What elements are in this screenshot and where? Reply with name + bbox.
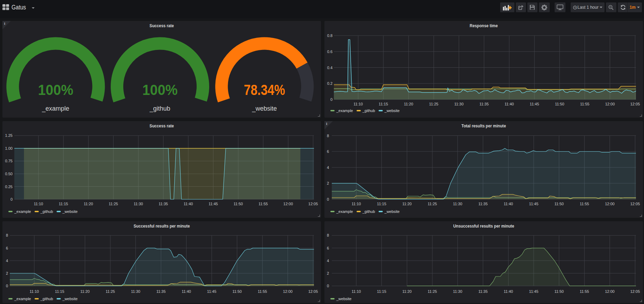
svg-text:11:20: 11:20 bbox=[80, 289, 90, 294]
svg-text:11:30: 11:30 bbox=[131, 289, 140, 294]
svg-text:11:45: 11:45 bbox=[529, 202, 539, 206]
svg-text:11:30: 11:30 bbox=[453, 289, 462, 294]
svg-text:11:10: 11:10 bbox=[352, 202, 361, 206]
svg-text:11:25: 11:25 bbox=[429, 102, 439, 106]
svg-text:6: 6 bbox=[327, 149, 329, 154]
svg-text:11:35: 11:35 bbox=[478, 289, 488, 294]
svg-text:11:35: 11:35 bbox=[480, 102, 489, 106]
svg-text:1.00: 1.00 bbox=[5, 146, 13, 150]
svg-text:12:00: 12:00 bbox=[283, 289, 293, 294]
svg-text:11:25: 11:25 bbox=[428, 202, 437, 206]
svg-text:11:55: 11:55 bbox=[580, 289, 589, 294]
svg-text:11:40: 11:40 bbox=[184, 202, 193, 206]
svg-text:11:55: 11:55 bbox=[258, 289, 267, 294]
svg-text:4: 4 bbox=[327, 259, 329, 263]
svg-text:11:35: 11:35 bbox=[156, 289, 166, 294]
svg-text:6: 6 bbox=[327, 246, 329, 250]
svg-text:11:20: 11:20 bbox=[402, 289, 412, 294]
svg-text:11:55: 11:55 bbox=[580, 202, 589, 206]
svg-text:0: 0 bbox=[6, 284, 8, 288]
svg-text:11:20: 11:20 bbox=[402, 202, 412, 206]
svg-text:11:10: 11:10 bbox=[352, 289, 361, 294]
svg-text:11:35: 11:35 bbox=[159, 202, 168, 206]
svg-text:11:15: 11:15 bbox=[379, 102, 388, 106]
svg-text:11:20: 11:20 bbox=[84, 202, 93, 206]
svg-text:2: 2 bbox=[327, 181, 329, 185]
svg-text:12:05: 12:05 bbox=[630, 202, 640, 206]
svg-text:12:00: 12:00 bbox=[605, 289, 615, 294]
svg-text:12:00: 12:00 bbox=[605, 102, 615, 106]
svg-text:0: 0 bbox=[327, 197, 329, 201]
svg-text:0.2: 0.2 bbox=[327, 81, 332, 86]
svg-text:11:45: 11:45 bbox=[207, 289, 217, 294]
svg-text:11:25: 11:25 bbox=[428, 289, 437, 294]
svg-text:_github: _github bbox=[149, 105, 170, 112]
svg-text:11:10: 11:10 bbox=[353, 102, 363, 106]
svg-text:4: 4 bbox=[327, 165, 329, 170]
svg-text:11:15: 11:15 bbox=[377, 202, 386, 206]
svg-text:11:50: 11:50 bbox=[234, 202, 243, 206]
svg-text:0.4: 0.4 bbox=[327, 66, 332, 70]
svg-text:12:00: 12:00 bbox=[283, 202, 293, 206]
svg-text:0.25: 0.25 bbox=[5, 185, 13, 189]
svg-text:2: 2 bbox=[6, 271, 8, 275]
svg-text:12:05: 12:05 bbox=[308, 202, 318, 206]
svg-text:12:05: 12:05 bbox=[308, 289, 318, 294]
svg-text:0.8: 0.8 bbox=[327, 34, 332, 38]
svg-text:0: 0 bbox=[327, 284, 329, 288]
svg-text:12:05: 12:05 bbox=[630, 289, 640, 294]
svg-text:8: 8 bbox=[327, 233, 329, 237]
svg-text:_example: _example bbox=[42, 105, 69, 112]
svg-text:11:15: 11:15 bbox=[55, 289, 64, 294]
svg-text:11:15: 11:15 bbox=[59, 202, 68, 206]
svg-text:0.6: 0.6 bbox=[327, 50, 332, 54]
svg-text:11:50: 11:50 bbox=[232, 289, 242, 294]
svg-text:0: 0 bbox=[330, 97, 332, 102]
svg-text:12:00: 12:00 bbox=[605, 202, 615, 206]
svg-text:11:30: 11:30 bbox=[453, 202, 462, 206]
svg-text:1.25: 1.25 bbox=[5, 133, 13, 138]
svg-text:12:05: 12:05 bbox=[630, 102, 640, 106]
svg-text:2: 2 bbox=[327, 271, 329, 275]
svg-text:0.50: 0.50 bbox=[5, 172, 13, 176]
svg-text:_website: _website bbox=[252, 105, 277, 112]
svg-text:8: 8 bbox=[327, 134, 329, 138]
svg-text:11:15: 11:15 bbox=[377, 289, 386, 294]
svg-text:11:30: 11:30 bbox=[454, 102, 464, 106]
svg-text:6: 6 bbox=[6, 246, 8, 250]
svg-text:11:35: 11:35 bbox=[478, 202, 488, 206]
svg-text:11:45: 11:45 bbox=[529, 289, 539, 294]
svg-text:11:10: 11:10 bbox=[30, 289, 39, 294]
svg-text:11:45: 11:45 bbox=[208, 202, 218, 206]
svg-text:11:25: 11:25 bbox=[109, 202, 118, 206]
svg-text:11:55: 11:55 bbox=[580, 102, 590, 106]
svg-text:11:45: 11:45 bbox=[530, 102, 539, 106]
svg-text:11:25: 11:25 bbox=[106, 289, 115, 294]
svg-text:11:50: 11:50 bbox=[555, 102, 564, 106]
svg-text:11:40: 11:40 bbox=[504, 289, 513, 294]
svg-text:100%: 100% bbox=[38, 81, 73, 98]
svg-text:11:40: 11:40 bbox=[505, 102, 514, 106]
svg-text:11:20: 11:20 bbox=[404, 102, 413, 106]
svg-text:11:50: 11:50 bbox=[554, 202, 564, 206]
svg-text:0.75: 0.75 bbox=[5, 159, 13, 163]
svg-text:11:55: 11:55 bbox=[258, 202, 268, 206]
svg-text:4: 4 bbox=[6, 259, 8, 263]
svg-text:78.34%: 78.34% bbox=[244, 81, 285, 98]
svg-text:0: 0 bbox=[10, 197, 13, 201]
svg-text:11:10: 11:10 bbox=[34, 202, 43, 206]
svg-text:8: 8 bbox=[6, 233, 8, 237]
svg-text:11:30: 11:30 bbox=[134, 202, 143, 206]
svg-text:11:50: 11:50 bbox=[554, 289, 564, 294]
svg-text:11:40: 11:40 bbox=[504, 202, 513, 206]
svg-text:11:40: 11:40 bbox=[182, 289, 191, 294]
svg-text:100%: 100% bbox=[142, 81, 178, 98]
